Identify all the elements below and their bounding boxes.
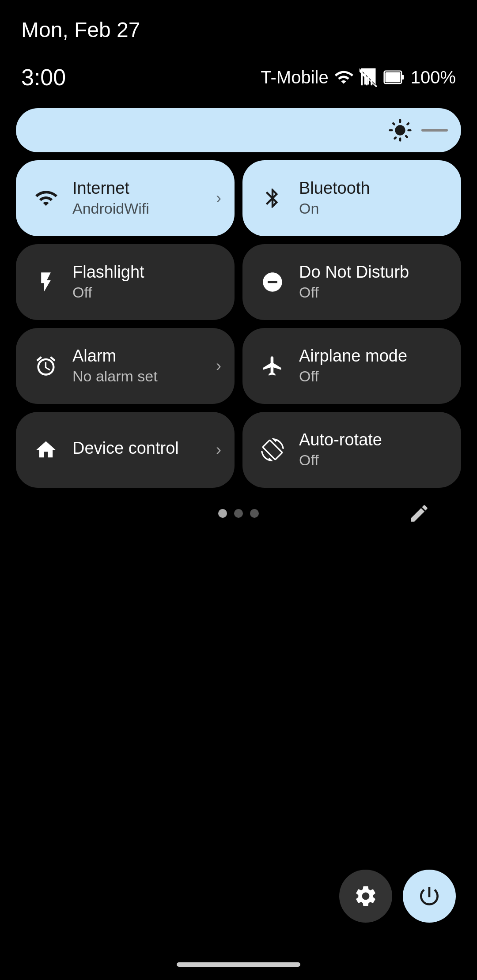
auto-rotate-tile-text: Auto-rotate Off bbox=[299, 431, 445, 469]
dot-2 bbox=[234, 509, 243, 518]
tile-internet[interactable]: Internet AndroidWifi › bbox=[16, 160, 235, 236]
tile-alarm[interactable]: Alarm No alarm set › bbox=[16, 328, 235, 404]
power-icon bbox=[417, 884, 442, 908]
dot-3 bbox=[250, 509, 259, 518]
date-display: Mon, Feb 27 bbox=[21, 18, 456, 42]
svg-rect-2 bbox=[385, 72, 400, 82]
internet-tile-text: Internet AndroidWifi bbox=[72, 179, 219, 218]
auto-rotate-tile-title: Auto-rotate bbox=[299, 431, 445, 449]
tile-flashlight[interactable]: Flashlight Off bbox=[16, 244, 235, 320]
settings-icon bbox=[353, 884, 378, 908]
auto-rotate-icon bbox=[258, 438, 287, 461]
tile-airplane-mode[interactable]: Airplane mode Off bbox=[242, 328, 461, 404]
navigation-bar bbox=[177, 962, 300, 967]
status-icons: T-Mobile 100% bbox=[261, 68, 456, 87]
settings-button[interactable] bbox=[339, 870, 392, 923]
alarm-tile-title: Alarm bbox=[72, 347, 219, 366]
brightness-icon bbox=[388, 118, 413, 143]
brightness-slider[interactable] bbox=[421, 129, 448, 132]
do-not-disturb-icon bbox=[258, 271, 287, 294]
alarm-tile-subtitle: No alarm set bbox=[72, 368, 219, 385]
do-not-disturb-tile-title: Do Not Disturb bbox=[299, 263, 445, 282]
device-control-tile-text: Device control bbox=[72, 439, 219, 460]
airplane-tile-subtitle: Off bbox=[299, 368, 445, 385]
bluetooth-tile-subtitle: On bbox=[299, 200, 445, 217]
alarm-icon bbox=[32, 354, 60, 377]
tile-device-control[interactable]: Device control › bbox=[16, 412, 235, 488]
brightness-bar[interactable] bbox=[16, 108, 461, 152]
device-control-chevron-icon: › bbox=[216, 441, 221, 459]
tile-do-not-disturb[interactable]: Do Not Disturb Off bbox=[242, 244, 461, 320]
auto-rotate-tile-subtitle: Off bbox=[299, 452, 445, 469]
quick-settings-panel: Internet AndroidWifi › Bluetooth On bbox=[0, 99, 477, 518]
tile-bluetooth[interactable]: Bluetooth On bbox=[242, 160, 461, 236]
bluetooth-tile-text: Bluetooth On bbox=[299, 179, 445, 218]
flashlight-tile-subtitle: Off bbox=[72, 284, 219, 301]
airplane-icon bbox=[258, 354, 287, 377]
flashlight-icon bbox=[32, 271, 60, 294]
internet-tile-title: Internet bbox=[72, 179, 219, 198]
internet-tile-subtitle: AndroidWifi bbox=[72, 200, 219, 217]
power-button[interactable] bbox=[403, 870, 456, 923]
status-bar: Mon, Feb 27 3:00 T-Mobile 100% bbox=[0, 0, 477, 99]
bottom-buttons bbox=[339, 870, 456, 923]
tiles-grid: Internet AndroidWifi › Bluetooth On bbox=[16, 160, 461, 488]
alarm-chevron-icon: › bbox=[216, 357, 221, 375]
device-control-tile-title: Device control bbox=[72, 439, 219, 458]
battery-percentage: 100% bbox=[411, 68, 456, 87]
airplane-tile-text: Airplane mode Off bbox=[299, 347, 445, 385]
edit-icon bbox=[408, 502, 430, 524]
wifi-status-icon bbox=[334, 68, 353, 87]
airplane-tile-title: Airplane mode bbox=[299, 347, 445, 366]
bluetooth-tile-title: Bluetooth bbox=[299, 179, 445, 198]
wifi-icon bbox=[32, 187, 60, 210]
carrier-text: T-Mobile bbox=[261, 68, 328, 87]
internet-chevron-icon: › bbox=[216, 189, 221, 207]
flashlight-tile-title: Flashlight bbox=[72, 263, 219, 282]
signal-icon bbox=[359, 68, 378, 87]
dots-container bbox=[218, 509, 259, 518]
battery-icon bbox=[383, 68, 405, 87]
do-not-disturb-tile-subtitle: Off bbox=[299, 284, 445, 301]
tile-auto-rotate[interactable]: Auto-rotate Off bbox=[242, 412, 461, 488]
flashlight-tile-text: Flashlight Off bbox=[72, 263, 219, 302]
edit-button[interactable] bbox=[404, 498, 435, 529]
page-indicators bbox=[16, 509, 461, 518]
bluetooth-icon bbox=[258, 187, 287, 210]
svg-rect-1 bbox=[401, 75, 404, 80]
time-display: 3:00 bbox=[21, 64, 66, 90]
status-row: 3:00 T-Mobile 100% bbox=[21, 64, 456, 90]
alarm-tile-text: Alarm No alarm set bbox=[72, 347, 219, 385]
dot-1 bbox=[218, 509, 227, 518]
home-icon bbox=[32, 438, 60, 461]
do-not-disturb-tile-text: Do Not Disturb Off bbox=[299, 263, 445, 302]
